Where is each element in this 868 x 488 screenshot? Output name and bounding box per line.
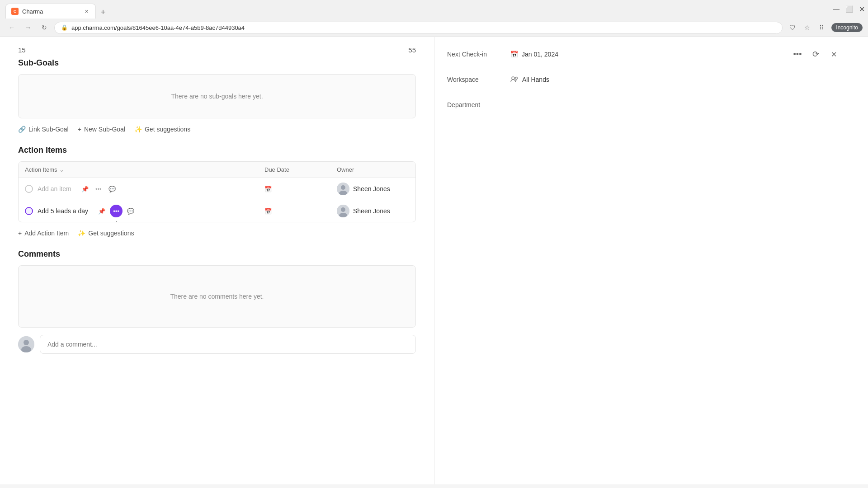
comment-input-row <box>18 335 416 354</box>
comment-icon-2[interactable]: 💬 <box>125 206 136 216</box>
pin-icon-1[interactable]: 📌 <box>80 183 90 194</box>
item-actions-1: 📌 ••• 💬 <box>80 183 118 194</box>
new-sub-goal-label: New Sub-Goal <box>84 126 125 133</box>
svg-point-10 <box>515 77 518 79</box>
minimize-button[interactable]: — <box>830 3 843 15</box>
panel-value-workspace[interactable]: All Hands <box>510 75 549 84</box>
comments-empty-box: There are no comments here yet. <box>18 265 416 328</box>
counter-row: 15 55 <box>18 37 416 58</box>
comments-empty-message: There are no comments here yet. <box>170 293 264 300</box>
sub-goals-actions: 🔗 Link Sub-Goal + New Sub-Goal ✨ Get sug… <box>18 124 416 135</box>
history-button[interactable]: ⟳ <box>808 47 823 61</box>
link-sub-goal-label: Link Sub-Goal <box>28 126 69 133</box>
comment-icon-1[interactable]: 💬 <box>107 183 118 194</box>
svg-point-7 <box>24 340 29 345</box>
get-suggestions-sub-goal-label: Get suggestions <box>145 126 190 133</box>
commenter-avatar <box>18 336 34 352</box>
header-items[interactable]: Action Items ⌄ <box>25 166 264 173</box>
sub-goals-section: Sub-Goals There are no sub-goals here ye… <box>18 58 416 135</box>
panel-label-workspace: Workspace <box>447 76 510 83</box>
link-icon: 🔗 <box>18 126 26 133</box>
plus-icon: + <box>78 126 81 133</box>
chevron-down-icon: ⌄ <box>59 166 64 173</box>
next-checkin-value: Jan 01, 2024 <box>522 51 558 58</box>
panel-row-department: Department <box>447 97 593 113</box>
sub-goals-empty-box: There are no sub-goals here yet. <box>18 74 416 118</box>
people-icon <box>510 75 519 84</box>
incognito-badge: Incognito <box>831 23 863 32</box>
close-window-button[interactable]: ✕ <box>855 3 868 15</box>
item-checkbox-2[interactable] <box>25 207 33 215</box>
date-cell-1[interactable]: 📅 <box>264 186 337 192</box>
date-cell-2[interactable]: 📅 <box>264 208 337 215</box>
tab-label: Charma <box>22 8 79 15</box>
more-options-toolbar-button[interactable]: ••• <box>790 47 805 61</box>
item-actions-2: 📌 ••• More options 💬 <box>96 205 136 217</box>
owner-cell-2: Sheen Jones <box>337 205 409 217</box>
workspace-value: All Hands <box>522 76 549 83</box>
calendar-icon-1: 📅 <box>264 186 272 192</box>
panel-label-next-checkin: Next Check-in <box>447 51 510 58</box>
calendar-icon-2: 📅 <box>264 208 272 215</box>
header-due-date-label: Due Date <box>264 166 289 173</box>
main-content: 15 55 Sub-Goals There are no sub-goals h… <box>0 37 434 484</box>
panel-row-workspace: Workspace All Hands <box>447 71 593 88</box>
address-bar[interactable]: 🔒 app.charma.com/goals/81645ee6-10aa-4e7… <box>54 22 783 34</box>
header-owner: Owner <box>337 166 409 173</box>
action-items-title: Action Items <box>18 145 416 155</box>
shield-icon[interactable]: 🛡 <box>786 21 799 34</box>
active-tab[interactable]: C Charma ✕ <box>5 4 96 19</box>
close-panel-button[interactable]: ✕ <box>826 47 841 61</box>
forward-button[interactable]: → <box>22 21 34 34</box>
back-button[interactable]: ← <box>5 21 18 34</box>
action-items-footer: + Add Action Item ✨ Get suggestions <box>18 228 416 239</box>
header-due-date: Due Date <box>264 166 337 173</box>
action-item-row-2: Add 5 leads a day 📌 ••• More options 💬 📅 <box>19 200 415 222</box>
sparkle-icon: ✨ <box>134 126 142 133</box>
sparkle-icon-2: ✨ <box>78 230 85 237</box>
svg-point-9 <box>512 77 514 80</box>
url-text: app.charma.com/goals/81645ee6-10aa-4e74-… <box>71 24 776 31</box>
owner-cell-1: Sheen Jones <box>337 183 409 195</box>
get-suggestions-action-label: Get suggestions <box>88 230 134 237</box>
get-suggestions-sub-goal-button[interactable]: ✨ Get suggestions <box>134 124 190 135</box>
new-sub-goal-button[interactable]: + New Sub-Goal <box>78 124 125 135</box>
star-button[interactable]: ☆ <box>801 21 813 34</box>
calendar-panel-icon: 📅 <box>510 51 518 58</box>
panel-value-next-checkin[interactable]: 📅 Jan 01, 2024 <box>510 51 558 58</box>
svg-point-4 <box>341 207 345 212</box>
comments-section: Comments There are no comments here yet. <box>18 249 416 354</box>
browser-menu-button[interactable]: ⠿ <box>815 21 828 34</box>
pin-icon-2[interactable]: 📌 <box>96 206 107 216</box>
more-icon-1[interactable]: ••• <box>93 183 104 194</box>
link-sub-goal-button[interactable]: 🔗 Link Sub-Goal <box>18 124 69 135</box>
action-item-row-1: Add an item 📌 ••• 💬 📅 <box>19 178 415 200</box>
header-owner-label: Owner <box>337 166 354 173</box>
item-text-1[interactable]: Add an item <box>38 185 71 192</box>
get-suggestions-action-button[interactable]: ✨ Get suggestions <box>78 228 134 239</box>
add-action-item-button[interactable]: + Add Action Item <box>18 228 69 239</box>
right-counter: 55 <box>408 46 416 54</box>
comment-input[interactable] <box>40 335 416 354</box>
item-cell-2: Add 5 leads a day 📌 ••• More options 💬 <box>25 205 264 217</box>
tab-favicon: C <box>11 8 19 15</box>
new-tab-button[interactable]: + <box>97 6 109 19</box>
sub-goals-title: Sub-Goals <box>18 58 416 68</box>
owner-name-1: Sheen Jones <box>353 185 390 192</box>
add-icon: + <box>18 230 22 237</box>
svg-point-1 <box>341 185 345 190</box>
more-options-icon[interactable]: ••• <box>110 205 123 217</box>
action-items-table: Action Items ⌄ Due Date Owner Add an ite… <box>18 161 416 222</box>
sub-goals-empty-message: There are no sub-goals here yet. <box>171 93 263 100</box>
refresh-button[interactable]: ↻ <box>38 21 51 34</box>
avatar-1 <box>337 183 349 195</box>
add-action-item-label: Add Action Item <box>24 230 69 237</box>
left-counter: 15 <box>18 46 26 54</box>
tab-close-button[interactable]: ✕ <box>83 8 90 15</box>
action-items-section: Action Items Action Items ⌄ Due Date Own… <box>18 145 416 239</box>
lock-icon: 🔒 <box>61 24 68 31</box>
avatar-2 <box>337 205 349 217</box>
item-checkbox-1[interactable] <box>25 185 33 193</box>
table-header: Action Items ⌄ Due Date Owner <box>19 162 415 178</box>
maximize-button[interactable]: ⬜ <box>843 3 855 15</box>
